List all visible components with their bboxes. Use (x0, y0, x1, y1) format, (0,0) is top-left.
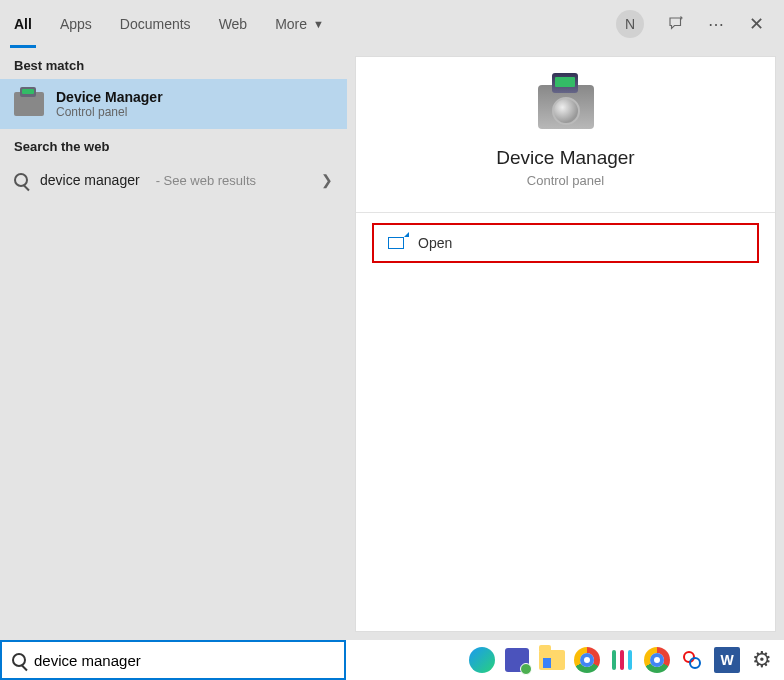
word-letter: W (714, 647, 740, 673)
taskbar-search-box[interactable] (0, 640, 346, 680)
taskbar: W ⚙ (0, 640, 784, 680)
chevron-down-icon: ▼ (313, 18, 324, 30)
web-result-query: device manager (40, 172, 140, 188)
best-match-title: Device Manager (56, 89, 163, 105)
taskbar-slack-icon[interactable] (606, 644, 638, 676)
tab-more[interactable]: More ▼ (261, 0, 338, 48)
divider (356, 212, 775, 213)
open-button[interactable]: Open (372, 223, 759, 263)
search-input[interactable] (34, 652, 334, 669)
tab-label: More (275, 16, 307, 32)
best-match-item[interactable]: Device Manager Control panel (0, 79, 347, 129)
preview-hero: Device Manager Control panel (356, 57, 775, 208)
close-button[interactable]: ✕ (740, 8, 772, 40)
results-left-pane: Best match Device Manager Control panel … (0, 48, 347, 640)
tab-documents[interactable]: Documents (106, 0, 205, 48)
search-web-header: Search the web (0, 129, 347, 160)
tab-all[interactable]: All (0, 0, 46, 48)
taskbar-items: W ⚙ (350, 640, 784, 680)
user-avatar[interactable]: N (616, 10, 644, 38)
results-right-pane: Device Manager Control panel Open (347, 48, 784, 640)
device-manager-icon (14, 92, 44, 116)
web-result-item[interactable]: device manager - See web results ❯ (0, 160, 347, 200)
feedback-icon[interactable] (660, 8, 692, 40)
best-match-text: Device Manager Control panel (56, 89, 163, 119)
taskbar-chrome-icon[interactable] (571, 644, 603, 676)
chevron-right-icon: ❯ (321, 172, 333, 188)
results-split: Best match Device Manager Control panel … (0, 48, 784, 640)
web-result-suffix: - See web results (156, 173, 256, 188)
more-options-icon[interactable]: ⋯ (700, 8, 732, 40)
best-match-header: Best match (0, 48, 347, 79)
taskbar-snip-icon[interactable] (676, 644, 708, 676)
tab-label: Apps (60, 16, 92, 32)
preview-subtitle: Control panel (527, 173, 604, 188)
tab-label: Web (219, 16, 248, 32)
preview-panel: Device Manager Control panel Open (355, 56, 776, 632)
device-manager-large-icon (538, 85, 594, 129)
preview-title: Device Manager (496, 147, 634, 169)
avatar-letter: N (625, 16, 635, 32)
search-icon (14, 173, 28, 187)
taskbar-settings-icon[interactable]: ⚙ (746, 644, 778, 676)
taskbar-chrome2-icon[interactable] (641, 644, 673, 676)
search-tabs: All Apps Documents Web More ▼ N ⋯ ✕ (0, 0, 784, 48)
search-icon (12, 653, 26, 667)
best-match-subtitle: Control panel (56, 105, 163, 119)
search-box-wrap (0, 640, 350, 680)
taskbar-explorer-icon[interactable] (536, 644, 568, 676)
taskbar-word-icon[interactable]: W (711, 644, 743, 676)
open-icon (388, 237, 404, 249)
taskbar-edge-icon[interactable] (466, 644, 498, 676)
tab-label: All (14, 16, 32, 32)
tab-label: Documents (120, 16, 191, 32)
tab-apps[interactable]: Apps (46, 0, 106, 48)
tab-web[interactable]: Web (205, 0, 262, 48)
open-label: Open (418, 235, 452, 251)
taskbar-teams-icon[interactable] (501, 644, 533, 676)
